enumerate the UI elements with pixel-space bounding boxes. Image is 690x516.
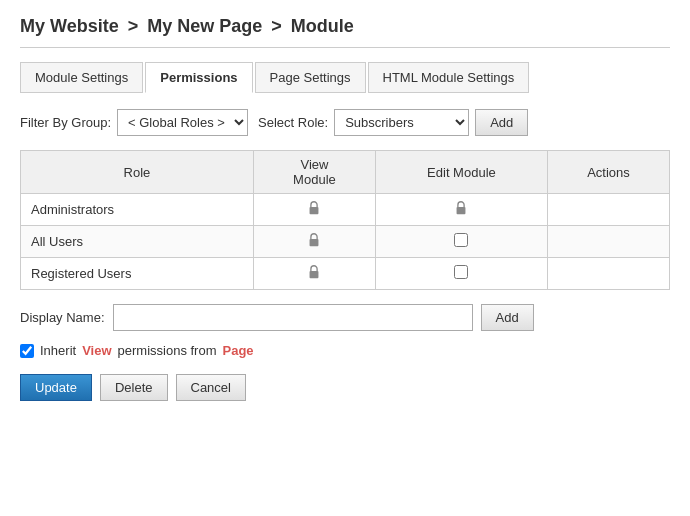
display-name-row: Display Name: Add (20, 304, 670, 331)
tab-html-module-settings[interactable]: HTML Module Settings (368, 62, 530, 93)
svg-rect-0 (310, 207, 319, 214)
col-edit-module: Edit Module (375, 151, 547, 194)
view-module-cell (253, 194, 375, 226)
filter-group-role: Select Role: Subscribers Administrators … (258, 109, 528, 136)
breadcrumb-part-1: My Website (20, 16, 119, 36)
tab-module-settings[interactable]: Module Settings (20, 62, 143, 93)
svg-rect-2 (310, 239, 319, 246)
cancel-button[interactable]: Cancel (176, 374, 246, 401)
inherit-checkbox[interactable] (20, 344, 34, 358)
view-module-cell (253, 226, 375, 258)
permissions-table: Role ViewModule Edit Module Actions Admi… (20, 150, 670, 290)
delete-button[interactable]: Delete (100, 374, 168, 401)
lock-icon (307, 264, 321, 278)
filter-row: Filter By Group: < Global Roles > Other … (20, 109, 670, 136)
breadcrumb-divider (20, 47, 670, 48)
lock-icon (307, 232, 321, 246)
edit-module-cell (375, 194, 547, 226)
actions-cell (547, 258, 669, 290)
inherit-row: Inherit View permissions from Page (20, 343, 670, 358)
svg-rect-1 (457, 207, 466, 214)
lock-icon (307, 200, 321, 214)
filter-group-select[interactable]: < Global Roles > Other Group (117, 109, 248, 136)
table-row: Registered Users (21, 258, 670, 290)
inherit-text-before: Inherit (40, 343, 76, 358)
edit-module-checkbox[interactable] (454, 233, 468, 247)
tab-permissions[interactable]: Permissions (145, 62, 252, 93)
actions-cell (547, 194, 669, 226)
tab-page-settings[interactable]: Page Settings (255, 62, 366, 93)
breadcrumb-part-3: Module (291, 16, 354, 36)
role-name: Registered Users (21, 258, 254, 290)
lock-icon (454, 200, 468, 214)
update-button[interactable]: Update (20, 374, 92, 401)
role-name: Administrators (21, 194, 254, 226)
breadcrumb: My Website > My New Page > Module (20, 16, 670, 37)
inherit-text-after: permissions from (118, 343, 217, 358)
filter-group-group: Filter By Group: < Global Roles > Other … (20, 109, 248, 136)
breadcrumb-sep-2: > (271, 16, 287, 36)
view-module-cell (253, 258, 375, 290)
svg-rect-3 (310, 271, 319, 278)
inherit-highlight-page: Page (223, 343, 254, 358)
select-role-label: Select Role: (258, 115, 328, 130)
col-actions: Actions (547, 151, 669, 194)
role-name: All Users (21, 226, 254, 258)
filter-role-select[interactable]: Subscribers Administrators All Users Reg… (334, 109, 469, 136)
breadcrumb-part-2: My New Page (147, 16, 262, 36)
filter-by-group-label: Filter By Group: (20, 115, 111, 130)
table-row: All Users (21, 226, 670, 258)
filter-add-button[interactable]: Add (475, 109, 528, 136)
breadcrumb-sep-1: > (128, 16, 144, 36)
actions-cell (547, 226, 669, 258)
edit-module-cell[interactable] (375, 258, 547, 290)
inherit-highlight-view: View (82, 343, 111, 358)
col-view-module: ViewModule (253, 151, 375, 194)
display-name-add-button[interactable]: Add (481, 304, 534, 331)
col-role: Role (21, 151, 254, 194)
display-name-input[interactable] (113, 304, 473, 331)
action-buttons: Update Delete Cancel (20, 374, 670, 401)
display-name-label: Display Name: (20, 310, 105, 325)
tab-bar: Module Settings Permissions Page Setting… (20, 62, 670, 93)
edit-module-checkbox[interactable] (454, 265, 468, 279)
table-row: Administrators (21, 194, 670, 226)
edit-module-cell[interactable] (375, 226, 547, 258)
